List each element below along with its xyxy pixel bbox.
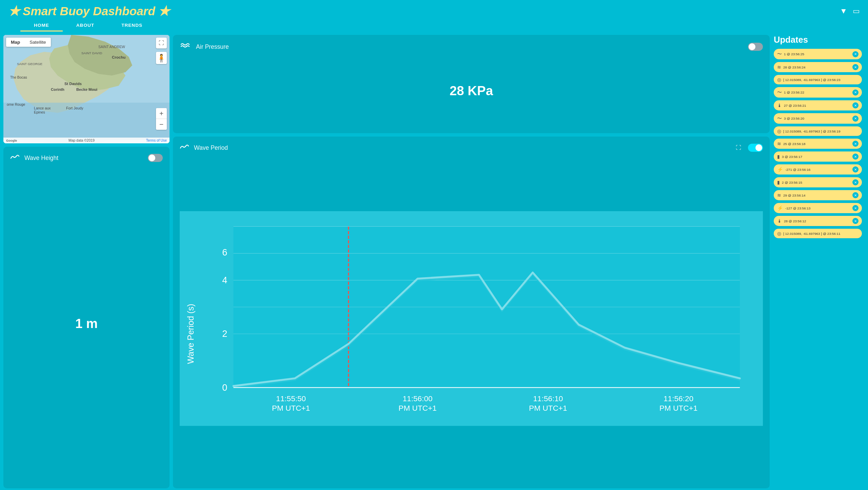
- header-icons: ▼ ▭: [840, 6, 860, 16]
- update-close-button[interactable]: ✕: [852, 154, 859, 160]
- svg-text:4: 4: [222, 275, 227, 285]
- zoom-out-button[interactable]: −: [156, 119, 167, 130]
- update-item: ⚡-127 @ 23:56:13✕: [774, 203, 862, 213]
- map-label-rouge: orne Rouge: [7, 103, 25, 106]
- map-label-crochu: Crochu: [112, 55, 125, 59]
- update-close-button[interactable]: ✕: [852, 51, 859, 57]
- update-item-text: -127 @ 23:56:13: [785, 206, 810, 210]
- update-item-text: 2 @ 23:56:15: [782, 181, 802, 184]
- terms-of-use-link[interactable]: Terms of Use: [146, 139, 167, 142]
- wave-height-toggle-knob: [149, 155, 155, 161]
- update-item: ◎[ 12.015089, -61.697963 ] @ 23:56:11: [774, 229, 862, 238]
- map-label-george: SAINT GEORGE: [17, 62, 42, 66]
- star-left-icon: ★: [8, 3, 20, 19]
- wave-period-toggle[interactable]: [748, 144, 763, 152]
- map-label-lance: Lance auxEpines: [34, 106, 51, 114]
- map-expand-button[interactable]: ⛶: [156, 38, 167, 48]
- wave-height-toggle[interactable]: [148, 154, 163, 162]
- app-title: ★ Smart Buoy Dashboard ★: [8, 3, 170, 19]
- svg-rect-4: [3, 103, 170, 140]
- update-icon-wave-small: 〜: [777, 115, 782, 122]
- update-item: 〜3 @ 23:56:20✕: [774, 113, 862, 124]
- right-column: Air Pressure 28 KPa Wave Period: [173, 35, 770, 488]
- svg-text:11:56:10: 11:56:10: [533, 394, 563, 403]
- map-label-becke: Becke Moui: [76, 87, 97, 91]
- map-label-corinth: Corinth: [51, 87, 64, 91]
- update-item-left: ≋28 @ 23:56:24: [777, 64, 806, 70]
- update-item-text: 3 @ 23:56:20: [784, 117, 804, 120]
- map-view-button[interactable]: Map: [6, 38, 25, 47]
- wave-period-header: Wave Period ⛶: [180, 143, 763, 152]
- update-close-button[interactable]: ✕: [852, 116, 859, 122]
- wave-period-expand-icon[interactable]: ⛶: [736, 145, 741, 151]
- nav-trends[interactable]: TRENDS: [108, 20, 156, 32]
- update-close-button[interactable]: ✕: [852, 89, 859, 96]
- update-item-left: ▮2 @ 23:56:15: [777, 180, 802, 185]
- air-pressure-toggle[interactable]: [748, 43, 763, 51]
- wave-period-card: Wave Period ⛶ Wave Period (s): [173, 137, 770, 488]
- update-item-text: 1 @ 23:56:22: [784, 90, 804, 94]
- wave-height-title: Wave Height: [24, 155, 58, 162]
- update-item: ≋29 @ 23:56:14✕: [774, 190, 862, 200]
- wave-height-icon: [10, 154, 20, 162]
- update-item-left: ▮3 @ 23:56:17: [777, 154, 802, 159]
- update-icon-temp: 🌡: [777, 103, 782, 108]
- update-icon-battery: ▮: [777, 180, 780, 185]
- update-item-text: [ 12.015089, -61.697963 ] @ 23:56:19: [783, 129, 841, 133]
- update-item-text: 3 @ 23:56:17: [782, 155, 802, 159]
- svg-text:0: 0: [222, 382, 227, 393]
- update-item-left: ≋29 @ 23:56:14: [777, 192, 806, 198]
- update-close-button[interactable]: ✕: [852, 205, 859, 211]
- update-close-button[interactable]: ✕: [852, 179, 859, 185]
- map-person-icon[interactable]: 🧍: [156, 52, 167, 64]
- nav-about[interactable]: ABOUT: [63, 20, 108, 32]
- satellite-view-button[interactable]: Satellite: [25, 38, 51, 47]
- zoom-in-button[interactable]: +: [156, 108, 167, 119]
- update-item: ≋28 @ 23:56:24✕: [774, 62, 862, 72]
- update-icon-location: ◎: [777, 231, 781, 236]
- update-item-left: ◎[ 12.015089, -61.697963 ] @ 23:56:19: [777, 128, 841, 134]
- map-inner: SAINT ANDREW SAINT DAVID Crochu SAINT GE…: [3, 35, 170, 143]
- update-item: 🌡28 @ 23:56:12✕: [774, 216, 862, 226]
- wave-period-title: Wave Period: [194, 144, 228, 151]
- svg-text:11:56:00: 11:56:00: [403, 394, 433, 403]
- update-icon-power: ⚡: [777, 205, 783, 211]
- update-item: ≋25 @ 23:56:18✕: [774, 139, 862, 149]
- update-icon-location: ◎: [777, 128, 781, 134]
- update-icon-power: ⚡: [777, 167, 783, 172]
- update-close-button[interactable]: ✕: [852, 64, 859, 70]
- air-pressure-card: Air Pressure 28 KPa: [173, 35, 770, 133]
- update-item-text: [ 12.015089, -61.697963 ] @ 23:56:23: [783, 78, 841, 82]
- wave-height-title-group: Wave Height: [10, 154, 58, 162]
- update-icon-wind-small: ≋: [777, 192, 781, 198]
- update-item-text: 28 @ 23:56:24: [783, 65, 806, 69]
- update-item-left: 〜1 @ 23:56:22: [777, 89, 804, 96]
- map-label-bocas: The Bocas: [10, 76, 27, 79]
- wave-height-card: Wave Height 1 m: [3, 147, 170, 488]
- wave-period-toggle-knob: [755, 144, 762, 151]
- left-column: SAINT ANDREW SAINT DAVID Crochu SAINT GE…: [3, 35, 170, 488]
- update-close-button[interactable]: ✕: [852, 141, 859, 147]
- update-item-left: 🌡27 @ 23:56:21: [777, 103, 806, 108]
- svg-text:11:56:20: 11:56:20: [664, 394, 693, 403]
- svg-text:PM UTC+1: PM UTC+1: [529, 404, 567, 412]
- update-item-text: 29 @ 23:56:14: [783, 193, 806, 197]
- update-close-button[interactable]: ✕: [852, 102, 859, 108]
- update-close-button[interactable]: ✕: [852, 166, 859, 172]
- air-pressure-toggle-knob: [749, 43, 755, 50]
- wifi-icon: ▼: [840, 7, 847, 16]
- update-item-left: 🌡28 @ 23:56:12: [777, 218, 806, 224]
- update-close-button[interactable]: ✕: [852, 192, 859, 198]
- update-item-text: 1 @ 23:56:25: [784, 52, 804, 56]
- map-data-credit: Map data ©2019: [68, 139, 95, 142]
- star-right-icon: ★: [158, 3, 170, 19]
- air-pressure-title-group: Air Pressure: [180, 42, 229, 52]
- map-zoom-controls: + −: [156, 108, 167, 130]
- update-item-text: 28 @ 23:56:12: [784, 219, 806, 223]
- update-item: ◎[ 12.015089, -61.697963 ] @ 23:56:19: [774, 126, 862, 136]
- air-pressure-title: Air Pressure: [196, 43, 229, 50]
- update-close-button[interactable]: ✕: [852, 218, 859, 224]
- wave-height-header: Wave Height: [10, 154, 163, 162]
- google-logo: Google: [6, 139, 17, 142]
- nav-home[interactable]: HOME: [20, 20, 63, 32]
